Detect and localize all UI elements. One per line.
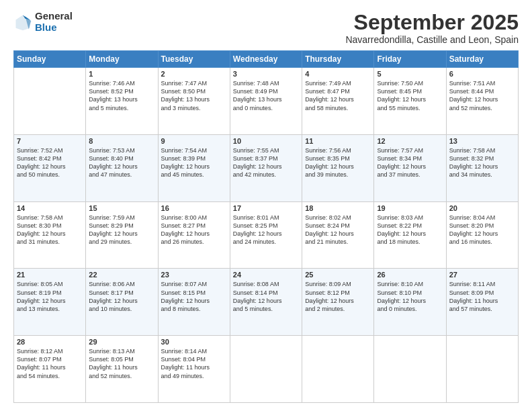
- table-row: 1Sunrise: 7:46 AM Sunset: 8:52 PM Daylig…: [86, 68, 158, 135]
- day-number: 21: [17, 271, 83, 279]
- day-content: Sunrise: 7:57 AM Sunset: 8:34 PM Dayligh…: [377, 146, 443, 179]
- day-number: 17: [233, 204, 299, 212]
- day-content: Sunrise: 7:49 AM Sunset: 8:47 PM Dayligh…: [305, 79, 371, 112]
- day-content: Sunrise: 7:58 AM Sunset: 8:32 PM Dayligh…: [449, 146, 515, 179]
- day-content: Sunrise: 7:51 AM Sunset: 8:44 PM Dayligh…: [449, 79, 515, 112]
- day-number: 4: [305, 70, 371, 78]
- table-row: 11Sunrise: 7:56 AM Sunset: 8:35 PM Dayli…: [302, 134, 374, 201]
- day-number: 6: [449, 70, 515, 78]
- logo-blue-label: Blue: [35, 22, 73, 34]
- table-row: 8Sunrise: 7:53 AM Sunset: 8:40 PM Daylig…: [86, 134, 158, 201]
- table-row: 15Sunrise: 7:59 AM Sunset: 8:29 PM Dayli…: [86, 201, 158, 269]
- header: General Blue September 2025 Navarredondi…: [13, 11, 519, 45]
- table-row: 27Sunrise: 8:11 AM Sunset: 8:09 PM Dayli…: [446, 269, 518, 336]
- table-row: 19Sunrise: 8:03 AM Sunset: 8:22 PM Dayli…: [374, 201, 446, 269]
- day-number: 27: [449, 271, 515, 279]
- day-content: Sunrise: 8:14 AM Sunset: 8:04 PM Dayligh…: [161, 347, 227, 380]
- col-tuesday: Tuesday: [158, 51, 230, 68]
- day-number: 29: [89, 338, 154, 346]
- day-number: 10: [233, 137, 299, 145]
- table-row: 28Sunrise: 8:12 AM Sunset: 8:07 PM Dayli…: [14, 336, 86, 403]
- table-row: 26Sunrise: 8:10 AM Sunset: 8:10 PM Dayli…: [374, 269, 446, 336]
- day-number: 22: [89, 271, 154, 279]
- table-row: 12Sunrise: 7:57 AM Sunset: 8:34 PM Dayli…: [374, 134, 446, 201]
- table-row: [230, 336, 302, 403]
- day-content: Sunrise: 8:05 AM Sunset: 8:19 PM Dayligh…: [17, 280, 83, 313]
- table-row: 18Sunrise: 8:02 AM Sunset: 8:24 PM Dayli…: [302, 201, 374, 269]
- table-row: [374, 336, 446, 403]
- logo-text: General Blue: [35, 11, 73, 33]
- table-row: 20Sunrise: 8:04 AM Sunset: 8:20 PM Dayli…: [446, 201, 518, 269]
- day-content: Sunrise: 8:01 AM Sunset: 8:25 PM Dayligh…: [233, 214, 299, 246]
- day-content: Sunrise: 8:12 AM Sunset: 8:07 PM Dayligh…: [17, 347, 83, 380]
- calendar-week-row: 7Sunrise: 7:52 AM Sunset: 8:42 PM Daylig…: [14, 134, 519, 201]
- logo-icon: [13, 13, 32, 32]
- day-number: 28: [17, 338, 83, 346]
- table-row: [446, 336, 518, 403]
- col-wednesday: Wednesday: [230, 51, 302, 68]
- day-content: Sunrise: 7:56 AM Sunset: 8:35 PM Dayligh…: [305, 146, 371, 179]
- day-content: Sunrise: 7:47 AM Sunset: 8:50 PM Dayligh…: [161, 79, 227, 112]
- day-number: 5: [377, 70, 443, 78]
- day-content: Sunrise: 8:11 AM Sunset: 8:09 PM Dayligh…: [449, 280, 515, 313]
- day-number: 11: [305, 137, 371, 145]
- day-content: Sunrise: 8:04 AM Sunset: 8:20 PM Dayligh…: [449, 214, 515, 246]
- col-saturday: Saturday: [446, 51, 518, 68]
- day-content: Sunrise: 7:53 AM Sunset: 8:40 PM Dayligh…: [89, 146, 154, 179]
- table-row: 22Sunrise: 8:06 AM Sunset: 8:17 PM Dayli…: [86, 269, 158, 336]
- day-content: Sunrise: 7:50 AM Sunset: 8:45 PM Dayligh…: [377, 79, 443, 112]
- table-row: 16Sunrise: 8:00 AM Sunset: 8:27 PM Dayli…: [158, 201, 230, 269]
- day-number: 30: [161, 338, 227, 346]
- day-number: 18: [305, 204, 371, 212]
- calendar-header-row: Sunday Monday Tuesday Wednesday Thursday…: [14, 51, 519, 68]
- table-row: 14Sunrise: 7:58 AM Sunset: 8:30 PM Dayli…: [14, 201, 86, 269]
- table-row: [14, 68, 86, 135]
- title-block: September 2025 Navarredondilla, Castille…: [345, 11, 519, 45]
- table-row: [302, 336, 374, 403]
- location-label: Navarredondilla, Castille and Leon, Spai…: [345, 34, 519, 45]
- table-row: 17Sunrise: 8:01 AM Sunset: 8:25 PM Dayli…: [230, 201, 302, 269]
- day-number: 12: [377, 137, 443, 145]
- day-number: 26: [377, 271, 443, 279]
- day-content: Sunrise: 7:48 AM Sunset: 8:49 PM Dayligh…: [233, 79, 299, 112]
- day-content: Sunrise: 8:07 AM Sunset: 8:15 PM Dayligh…: [161, 280, 227, 313]
- day-content: Sunrise: 8:06 AM Sunset: 8:17 PM Dayligh…: [89, 280, 154, 313]
- col-sunday: Sunday: [14, 51, 86, 68]
- table-row: 25Sunrise: 8:09 AM Sunset: 8:12 PM Dayli…: [302, 269, 374, 336]
- logo-general-label: General: [35, 11, 73, 22]
- day-number: 2: [161, 70, 227, 78]
- day-content: Sunrise: 7:52 AM Sunset: 8:42 PM Dayligh…: [17, 146, 83, 179]
- day-content: Sunrise: 8:10 AM Sunset: 8:10 PM Dayligh…: [377, 280, 443, 313]
- table-row: 24Sunrise: 8:08 AM Sunset: 8:14 PM Dayli…: [230, 269, 302, 336]
- day-content: Sunrise: 8:00 AM Sunset: 8:27 PM Dayligh…: [161, 214, 227, 246]
- day-content: Sunrise: 8:02 AM Sunset: 8:24 PM Dayligh…: [305, 214, 371, 246]
- col-friday: Friday: [374, 51, 446, 68]
- calendar-week-row: 14Sunrise: 7:58 AM Sunset: 8:30 PM Dayli…: [14, 201, 519, 269]
- table-row: 23Sunrise: 8:07 AM Sunset: 8:15 PM Dayli…: [158, 269, 230, 336]
- day-content: Sunrise: 7:59 AM Sunset: 8:29 PM Dayligh…: [89, 214, 154, 246]
- calendar-week-row: 28Sunrise: 8:12 AM Sunset: 8:07 PM Dayli…: [14, 336, 519, 403]
- day-content: Sunrise: 7:46 AM Sunset: 8:52 PM Dayligh…: [89, 79, 154, 112]
- day-content: Sunrise: 8:13 AM Sunset: 8:05 PM Dayligh…: [89, 347, 154, 380]
- logo: General Blue: [13, 11, 73, 33]
- month-title: September 2025: [345, 11, 519, 34]
- day-number: 7: [17, 137, 83, 145]
- table-row: 13Sunrise: 7:58 AM Sunset: 8:32 PM Dayli…: [446, 134, 518, 201]
- table-row: 29Sunrise: 8:13 AM Sunset: 8:05 PM Dayli…: [86, 336, 158, 403]
- day-number: 23: [161, 271, 227, 279]
- col-monday: Monday: [86, 51, 158, 68]
- table-row: 3Sunrise: 7:48 AM Sunset: 8:49 PM Daylig…: [230, 68, 302, 135]
- day-content: Sunrise: 8:09 AM Sunset: 8:12 PM Dayligh…: [305, 280, 371, 313]
- table-row: 4Sunrise: 7:49 AM Sunset: 8:47 PM Daylig…: [302, 68, 374, 135]
- calendar-week-row: 1Sunrise: 7:46 AM Sunset: 8:52 PM Daylig…: [14, 68, 519, 135]
- day-content: Sunrise: 8:03 AM Sunset: 8:22 PM Dayligh…: [377, 214, 443, 246]
- calendar-week-row: 21Sunrise: 8:05 AM Sunset: 8:19 PM Dayli…: [14, 269, 519, 336]
- table-row: 6Sunrise: 7:51 AM Sunset: 8:44 PM Daylig…: [446, 68, 518, 135]
- day-content: Sunrise: 8:08 AM Sunset: 8:14 PM Dayligh…: [233, 280, 299, 313]
- day-number: 8: [89, 137, 154, 145]
- day-number: 19: [377, 204, 443, 212]
- calendar-table: Sunday Monday Tuesday Wednesday Thursday…: [13, 50, 519, 403]
- page: General Blue September 2025 Navarredondi…: [0, 0, 532, 411]
- table-row: 21Sunrise: 8:05 AM Sunset: 8:19 PM Dayli…: [14, 269, 86, 336]
- day-number: 16: [161, 204, 227, 212]
